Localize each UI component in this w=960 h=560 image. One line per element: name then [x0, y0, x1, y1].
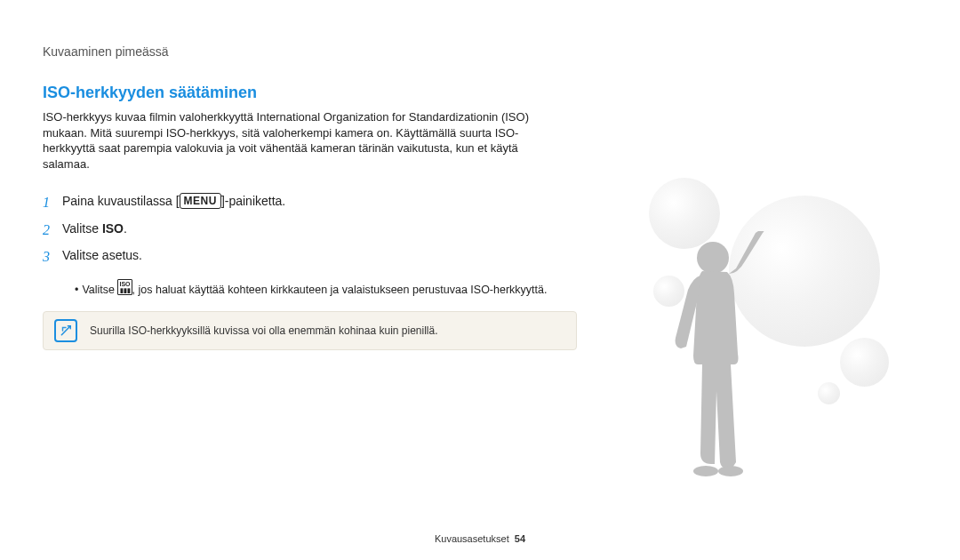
- sub-pre: Valitse: [82, 284, 117, 296]
- footer-label: Kuvausasetukset: [435, 533, 509, 544]
- note-box: Suurilla ISO-herkkyyksillä kuvissa voi o…: [43, 311, 577, 350]
- step-number: 1: [43, 189, 55, 216]
- bullet-dot: •: [75, 284, 78, 296]
- step-2-pre: Valitse: [62, 221, 102, 236]
- step-3-text: Valitse asetus.: [62, 244, 142, 268]
- step-3: 3 Valitse asetus.: [43, 244, 549, 270]
- step-1-post: ]-painiketta.: [221, 194, 285, 208]
- step-1: 1 Paina kuvaustilassa [MENU]-painiketta.: [43, 189, 549, 216]
- step-2-bold: ISO: [102, 221, 124, 236]
- sub-post: , jos haluat käyttää kohteen kirkkauteen…: [132, 284, 548, 296]
- step-1-pre: Paina kuvaustilassa [: [62, 194, 180, 208]
- intro-paragraph: ISO-herkkyys kuvaa filmin valoherkkyyttä…: [43, 109, 549, 172]
- step-number: 2: [43, 217, 55, 244]
- page-footer: Kuvausasetukset 54: [0, 533, 960, 544]
- breadcrumb: Kuvaaminen pimeässä: [43, 44, 917, 59]
- step-number: 3: [43, 244, 55, 270]
- footer-page-number: 54: [515, 533, 525, 544]
- note-text: Suurilla ISO-herkkyyksillä kuvissa voi o…: [90, 324, 438, 337]
- steps-list: 1 Paina kuvaustilassa [MENU]-painiketta.…: [43, 189, 549, 270]
- step-2-post: .: [124, 221, 127, 236]
- iso-auto-icon: ISO▮▮▮: [117, 279, 132, 295]
- menu-button-icon: MENU: [180, 193, 221, 209]
- step-3-subbullet: •Valitse ISO▮▮▮, jos haluat käyttää koht…: [43, 279, 581, 299]
- note-icon: [54, 319, 77, 342]
- step-2: 2 Valitse ISO.: [43, 217, 549, 244]
- section-title: ISO-herkkyyden säätäminen: [43, 84, 917, 102]
